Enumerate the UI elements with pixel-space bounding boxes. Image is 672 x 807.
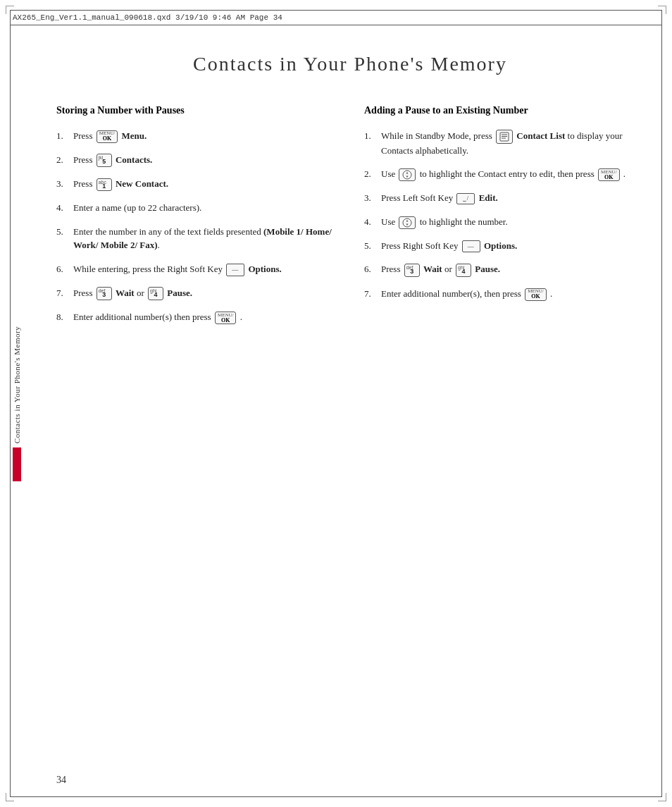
left-soft-key-edit-icon: ⎯/ [456,193,475,204]
menu-ok-icon-8: MENU/ OK [215,312,237,324]
right-step-num-6: 6. [364,262,378,276]
svg-marker-6 [406,176,409,178]
nav-icon-4 [399,216,416,229]
right-step-content-6: Press def 3 Wait or ghi 4 Pause. [381,262,644,276]
left-column: Storing a Number with Pauses 1. Press ME… [56,104,336,334]
menu-ok-icon-r2: MENU/ OK [598,168,620,181]
step-num-6: 6. [56,262,70,276]
key-3-icon-left: def 3 [97,287,112,300]
svg-rect-7 [403,218,411,227]
reg-mark-bottom-right [658,793,666,801]
two-column-layout: Storing a Number with Pauses 1. Press ME… [56,104,644,334]
step-content-6: While entering, press the Right Soft Key… [73,262,336,276]
nav-icon-2 [399,168,416,181]
step-num-3: 3. [56,177,70,191]
left-step-4: 4. Enter a name (up to 22 characters). [56,201,336,215]
step-num-7: 7. [56,286,70,300]
left-step-5: 5. Enter the number in any of the text f… [56,225,336,252]
right-soft-key-icon-options: — [226,264,244,276]
right-step-num-2: 2. [364,167,378,181]
step-content-1: Press MENU/ OK Menu. [73,129,336,143]
right-section-title: Adding a Pause to an Existing Number [364,104,644,118]
right-step-num-7: 7. [364,287,378,301]
left-step-8: 8. Enter additional number(s) then press… [56,310,336,324]
main-content: Contacts in Your Phone's Memory Storing … [56,32,644,765]
key-4-icon-left: ghi 4 [148,287,163,300]
key-4-icon-right: ghi 4 [456,264,471,277]
right-step-4: 4. Use to highlight the number. [364,215,644,229]
right-step-content-2: Use to highlight the Contact entry to ed… [381,167,644,181]
right-step-content-1: While in Standby Mode, press Contact Lis… [381,129,644,158]
right-step-num-1: 1. [364,129,378,143]
page-number: 34 [56,775,66,786]
right-step-content-3: Press Left Soft Key ⎯/ Edit. [381,191,644,205]
key-5-icon: jkl 5 [97,154,112,167]
step-content-8: Enter additional number(s) then press ME… [73,310,336,324]
menu-ok-icon-1: MENU/ OK [97,130,118,143]
step-num-1: 1. [56,129,70,143]
step-num-2: 2. [56,153,70,167]
right-step-5: 5. Press Right Soft Key — Options. [364,239,644,253]
left-step-1: 1. Press MENU/ OK Menu. [56,129,336,143]
right-column: Adding a Pause to an Existing Number 1. … [364,104,644,311]
step-content-7: Press def 3 Wait or ghi 4 Pause. [73,286,336,300]
key-3-icon-right: def 3 [404,264,420,277]
page-title: Contacts in Your Phone's Memory [56,53,644,75]
left-step-6: 6. While entering, press the Right Soft … [56,262,336,276]
menu-ok-icon-r7: MENU/ OK [525,288,547,301]
right-step-3: 3. Press Left Soft Key ⎯/ Edit. [364,191,644,205]
right-step-7: 7. Enter additional number(s), then pres… [364,287,644,301]
right-soft-key-icon-r5: — [462,240,480,253]
right-step-1: 1. While in Standby Mode, press Contact … [364,129,644,158]
left-step-2: 2. Press jkl 5 Contacts. [56,153,336,167]
left-step-7: 7. Press def 3 Wait or ghi 4 Pause. [56,286,336,300]
step-content-5: Enter the number in any of the text fiel… [73,225,336,252]
right-step-content-4: Use to highlight the number. [381,215,644,229]
step-content-3: Press abc 1 New Contact. [73,177,336,191]
svg-marker-8 [406,220,409,222]
header-bar: AX265_Eng_Ver1.1_manual_090618.qxd 3/19/… [10,10,662,25]
side-red-bar [13,448,21,481]
svg-marker-5 [406,172,409,174]
border-left [10,10,11,797]
border-right [661,10,662,797]
step-num-8: 8. [56,310,70,324]
side-text-container: Contacts in Your Phone's Memory [13,326,21,481]
header-text: AX265_Eng_Ver1.1_manual_090618.qxd 3/19/… [13,13,282,22]
right-step-2: 2. Use to highlight the Contact entry to… [364,167,644,181]
step-num-4: 4. [56,201,70,215]
left-step-3: 3. Press abc 1 New Contact. [56,177,336,191]
border-bottom [10,796,662,797]
right-step-num-5: 5. [364,239,378,253]
right-step-content-5: Press Right Soft Key — Options. [381,239,644,253]
right-step-content-7: Enter additional number(s), then press M… [381,287,644,301]
left-section-title: Storing a Number with Pauses [56,104,336,118]
key-1-icon: abc 1 [97,178,112,192]
step-num-5: 5. [56,225,70,239]
side-text: Contacts in Your Phone's Memory [13,326,21,443]
step-content-2: Press jkl 5 Contacts. [73,153,336,167]
contact-list-icon [496,130,513,144]
right-step-6: 6. Press def 3 Wait or ghi 4 Pause. [364,262,644,276]
svg-marker-9 [406,223,409,226]
right-step-num-4: 4. [364,215,378,229]
svg-rect-4 [403,171,411,179]
step-content-4: Enter a name (up to 22 characters). [73,201,336,215]
right-step-num-3: 3. [364,191,378,205]
